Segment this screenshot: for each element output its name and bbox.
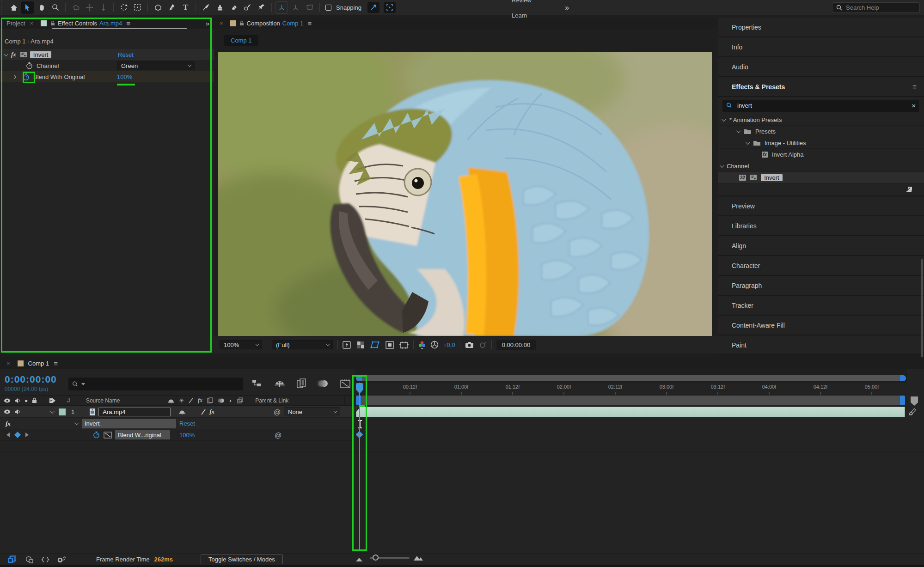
eraser-tool[interactable] bbox=[227, 1, 240, 14]
panel-section-header[interactable]: Paint bbox=[718, 335, 924, 355]
eye-column-icon[interactable] bbox=[4, 398, 11, 403]
panel-menu-icon[interactable]: ≡ bbox=[126, 19, 130, 27]
current-timecode[interactable]: 0:00:00:00 bbox=[5, 374, 57, 385]
panel-group-swatch[interactable] bbox=[41, 20, 47, 26]
rotation-tool[interactable] bbox=[117, 1, 130, 14]
toolbar-grip[interactable] bbox=[0, 0, 6, 15]
resolution-dropdown[interactable]: (Full) bbox=[272, 340, 333, 349]
new-panel-icon[interactable] bbox=[905, 186, 912, 193]
exposure-icon[interactable] bbox=[430, 341, 439, 349]
channel-dropdown[interactable]: Green bbox=[117, 61, 195, 70]
blend-value[interactable]: 100% bbox=[117, 73, 132, 80]
timeline-search-field[interactable] bbox=[68, 378, 243, 390]
keyframe-toggle-icon[interactable] bbox=[14, 432, 21, 438]
in-out-panes-icon[interactable] bbox=[41, 556, 50, 563]
camera-orbit-tool[interactable] bbox=[131, 1, 144, 14]
transparency-grid-icon[interactable] bbox=[357, 341, 365, 349]
roto-brush-tool[interactable] bbox=[241, 1, 254, 14]
work-area-bar[interactable] bbox=[356, 396, 905, 405]
panel-section-header[interactable]: Preview bbox=[718, 196, 924, 216]
effects-search-field[interactable]: × bbox=[722, 100, 919, 112]
panel-section-header[interactable]: Properties bbox=[718, 18, 924, 37]
shy-switch-icon[interactable] bbox=[168, 398, 174, 403]
adjustment-switch-icon[interactable]: ◐ bbox=[229, 397, 233, 404]
channel-rgb-icon[interactable] bbox=[418, 341, 426, 349]
effects-presets-header[interactable]: Effects & Presets ≡ bbox=[718, 77, 924, 97]
panel-menu-icon[interactable]: ≡ bbox=[54, 360, 58, 367]
close-icon[interactable]: × bbox=[6, 360, 10, 367]
tree-invert-alpha-preset[interactable]: fx Invert Alpha bbox=[718, 149, 924, 160]
close-icon[interactable]: × bbox=[30, 20, 33, 27]
playhead-handle[interactable] bbox=[356, 383, 363, 390]
choose-grid-guides-icon[interactable] bbox=[399, 341, 409, 349]
unlock-icon[interactable] bbox=[239, 20, 244, 26]
local-axis-mode[interactable] bbox=[275, 1, 288, 14]
effect-header-row[interactable]: fx Invert Reset bbox=[0, 49, 214, 60]
audio-column-icon[interactable] bbox=[14, 398, 20, 403]
solo-column-icon[interactable]: ● bbox=[24, 397, 28, 404]
snapshot-camera-icon[interactable] bbox=[465, 341, 474, 348]
threed-switch-icon[interactable] bbox=[237, 397, 243, 403]
snap-features-icon[interactable] bbox=[384, 2, 396, 13]
zoom-depth-tool[interactable] bbox=[97, 1, 110, 14]
transfer-controls-icon[interactable] bbox=[25, 556, 34, 563]
panel-section-header[interactable]: Tracker bbox=[718, 296, 924, 316]
hand-tool[interactable] bbox=[35, 1, 48, 14]
tab-composition-target[interactable]: Comp 1 bbox=[282, 20, 304, 27]
work-area-end-handle[interactable] bbox=[900, 396, 905, 405]
help-search[interactable] bbox=[832, 2, 920, 13]
pan-behind-tool[interactable] bbox=[83, 1, 96, 14]
timeline-tab[interactable]: Comp 1 bbox=[28, 360, 49, 367]
tree-channel-group[interactable]: Channel bbox=[718, 160, 924, 172]
stopwatch-icon[interactable] bbox=[26, 62, 33, 69]
composition-viewer[interactable] bbox=[218, 52, 712, 336]
property-name-bar[interactable]: Blend W...riginal bbox=[115, 430, 170, 439]
panel-section-header[interactable]: Info bbox=[718, 37, 924, 57]
graph-editor-icon[interactable] bbox=[340, 378, 351, 389]
layer-quality-icon[interactable] bbox=[201, 409, 206, 415]
layer-expand-chevron[interactable] bbox=[50, 409, 55, 414]
tab-composition[interactable]: Composition bbox=[247, 20, 280, 27]
panel-overflow-icon[interactable]: » bbox=[206, 19, 209, 27]
reset-link[interactable]: Reset bbox=[118, 51, 134, 58]
unlock-icon[interactable] bbox=[50, 20, 55, 26]
tree-invert-effect[interactable]: 32 Invert bbox=[718, 172, 924, 183]
parent-pickwhip-icon[interactable]: @ bbox=[274, 408, 281, 416]
pen-tool[interactable] bbox=[165, 1, 178, 14]
puppet-pin-tool[interactable] bbox=[255, 1, 268, 14]
view-axis-mode[interactable] bbox=[303, 1, 316, 14]
label-column-icon[interactable] bbox=[49, 397, 56, 403]
panel-menu-icon[interactable]: ≡ bbox=[912, 83, 917, 91]
home-icon[interactable] bbox=[7, 1, 20, 14]
layer-eye-icon[interactable] bbox=[4, 409, 11, 414]
layer-marker-icon[interactable] bbox=[908, 408, 917, 416]
tree-image-utilities-folder[interactable]: Image - Utilities bbox=[718, 137, 924, 149]
panel-section-header[interactable]: Content-Aware Fill bbox=[718, 316, 924, 335]
property-graph-icon[interactable] bbox=[104, 432, 112, 439]
comp-mini-flowchart-icon[interactable] bbox=[252, 378, 263, 389]
timeline-search-input[interactable] bbox=[88, 381, 239, 388]
source-name-column[interactable]: Source Name bbox=[86, 397, 120, 404]
snapping-checkbox[interactable] bbox=[325, 5, 331, 11]
frame-blending-icon[interactable] bbox=[296, 378, 306, 389]
region-of-interest-icon[interactable] bbox=[370, 341, 380, 349]
timeline-h-scrollbar[interactable] bbox=[356, 375, 906, 381]
property-value[interactable]: 100% bbox=[179, 432, 195, 439]
brush-tool[interactable] bbox=[200, 1, 212, 14]
clear-search-icon[interactable]: × bbox=[912, 102, 916, 110]
property-pickwhip-icon[interactable]: @ bbox=[275, 431, 281, 439]
close-icon[interactable]: × bbox=[220, 20, 223, 27]
tab-effect-controls[interactable]: Effect Controls bbox=[58, 20, 97, 27]
panel-section-header[interactable]: Character bbox=[718, 256, 924, 276]
layer-shy-icon[interactable] bbox=[179, 409, 185, 415]
time-ruler[interactable]: 00:12f01:00f01:12f02:00f02:12f03:00f03:1… bbox=[355, 383, 907, 395]
frame-blend-switch-icon[interactable] bbox=[207, 397, 213, 403]
chevron-down-icon[interactable] bbox=[4, 52, 8, 56]
comp-marker-bin-icon[interactable] bbox=[910, 396, 919, 406]
parent-link-column[interactable]: Parent & Link bbox=[255, 397, 288, 404]
render-time-pane-icon[interactable] bbox=[56, 556, 67, 563]
effect-group-row[interactable]: fx Invert Reset bbox=[0, 418, 355, 429]
parent-dropdown[interactable]: None bbox=[284, 407, 340, 416]
world-axis-mode[interactable] bbox=[289, 1, 302, 14]
collapse-switch-icon[interactable]: ☀ bbox=[179, 397, 184, 404]
